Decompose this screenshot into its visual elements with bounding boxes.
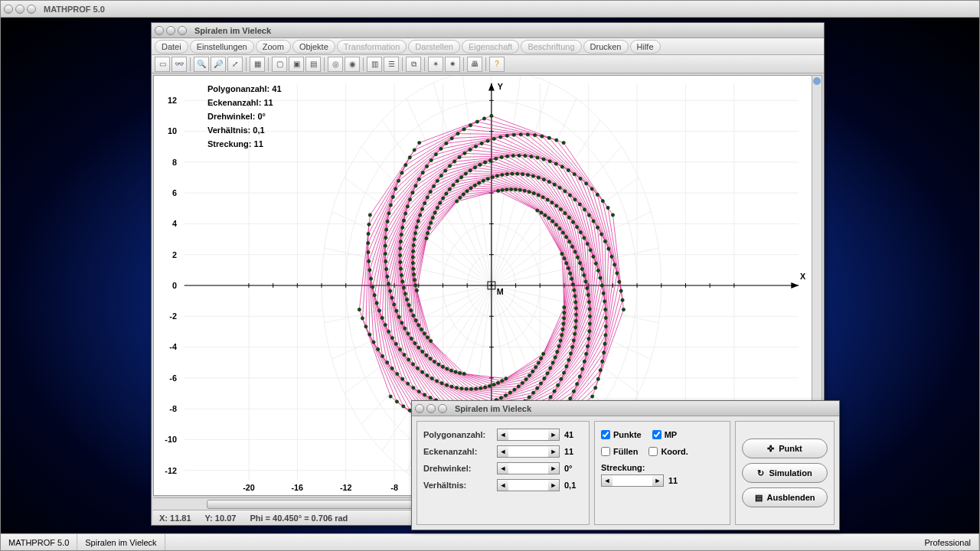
menu-zoom[interactable]: Zoom [256,40,291,54]
window-controls[interactable] [415,404,447,413]
svg-point-539 [412,267,415,270]
toolbar-box1-icon[interactable]: ▢ [272,57,287,72]
svg-point-293 [584,352,587,355]
ausblenden-button[interactable]: ▤Ausblenden [742,487,828,507]
svg-point-314 [549,396,552,399]
svg-point-285 [536,156,539,159]
svg-point-497 [433,360,436,363]
toolbar-cross2-icon[interactable]: ✷ [445,57,460,72]
param-spinner[interactable]: ◄► [497,445,560,458]
svg-point-358 [562,371,565,374]
zoom-in-icon[interactable]: 🔍 [194,57,209,72]
svg-point-412 [536,386,539,390]
menu-hilfe[interactable]: Hilfe [630,40,661,54]
svg-point-234 [373,294,376,297]
svg-point-136 [358,308,361,311]
svg-point-190 [368,259,371,262]
window-controls[interactable] [155,26,187,35]
svg-point-441 [401,280,404,283]
toolbar-grid-icon[interactable]: ▦ [250,57,265,72]
toolbar-target2-icon[interactable]: ◉ [345,57,360,72]
svg-point-534 [568,272,571,275]
toolbar-box2-icon[interactable]: ▣ [289,57,304,72]
window-control-dot[interactable] [15,5,24,14]
streckung-spinner[interactable]: ◄► [601,474,664,487]
svg-line-7 [492,83,550,285]
zoom-out-icon[interactable]: 🔎 [211,57,226,72]
param-spinner[interactable]: ◄► [497,429,560,441]
menu-einstellungen[interactable]: Einstellungen [190,40,254,54]
window-control-dot[interactable] [178,26,187,35]
toolbar-list-icon[interactable]: ☰ [384,57,399,72]
simulation-button[interactable]: ↻Simulation [742,463,828,483]
zoom-reset-icon[interactable]: ⤢ [227,57,243,72]
svg-point-156 [408,156,411,159]
toolbar-target-icon[interactable]: ◎ [328,57,343,72]
svg-point-409 [403,327,407,330]
menu-objekte[interactable]: Objekte [292,40,335,54]
app-titlebar[interactable]: MATHPROF 5.0 [1,1,979,18]
svg-point-558 [505,188,508,191]
window-control-dot[interactable] [4,5,13,14]
checkbox-fuellen[interactable]: Füllen [601,447,638,456]
param-spinner[interactable]: ◄► [497,479,560,491]
svg-text:2: 2 [172,250,177,259]
menu-drucken[interactable]: Drucken [583,40,629,54]
window-control-dot[interactable] [155,26,164,35]
svg-point-180 [372,341,375,344]
svg-point-362 [495,157,498,160]
mdi-desktop: Spiralen im Vieleck DateiEinstellungenZo… [1,18,979,533]
toolbar-copy-icon[interactable]: ⧉ [406,57,421,72]
window-control-dot[interactable] [438,404,447,413]
svg-point-177 [462,128,466,131]
window-control-dot[interactable] [166,26,175,35]
svg-point-434 [543,377,546,380]
svg-point-493 [486,178,489,181]
checkbox-punkte[interactable]: Punkte [601,430,642,439]
help-icon[interactable]: ? [489,57,505,72]
svg-point-336 [556,383,559,386]
window-control-dot[interactable] [426,404,436,413]
svg-point-261 [603,300,606,303]
toolbar-glasses-icon[interactable]: 👓 [172,57,187,72]
svg-point-486 [429,357,432,360]
plot-window-titlebar[interactable]: Spiralen im Vieleck [152,23,824,38]
svg-point-301 [429,396,432,399]
svg-point-230 [567,168,570,171]
checkbox-koord[interactable]: Koord. [648,447,688,456]
window-controls[interactable] [4,5,36,14]
toolbar-table-icon[interactable]: ▥ [367,57,382,72]
svg-point-581 [456,200,459,203]
panel-titlebar[interactable]: Spiralen im Vieleck [412,401,839,416]
svg-point-542 [492,383,495,386]
window-control-dot[interactable] [415,404,424,413]
svg-point-548 [466,190,469,193]
toolbar-cross1-icon[interactable]: ✶ [428,57,443,72]
svg-point-485 [407,304,410,307]
svg-point-525 [518,188,521,191]
punkt-button[interactable]: ✜Punkt [742,439,828,458]
window-control-dot[interactable] [27,5,36,14]
checkbox-mp[interactable]: MP [652,430,678,439]
param-spinner[interactable]: ◄► [497,462,560,474]
svg-point-244 [386,220,389,223]
svg-point-347 [560,377,563,380]
svg-point-279 [417,390,420,393]
menu-datei[interactable]: Datei [155,40,188,54]
svg-point-508 [437,363,440,366]
print-icon[interactable]: 🖶 [467,57,482,72]
svg-point-326 [588,330,591,333]
svg-point-252 [554,162,557,165]
svg-point-528 [411,262,414,265]
svg-point-387 [397,315,400,318]
svg-point-462 [415,226,418,229]
toolbar-new-icon[interactable]: ▭ [155,57,170,72]
svg-point-275 [480,142,483,145]
param-value: 11 [564,447,583,456]
svg-point-294 [599,276,602,279]
svg-point-370 [587,300,590,303]
menu-eigenschaft: Eigenschaft [462,40,519,54]
svg-point-557 [544,214,547,217]
toolbar-box3-icon[interactable]: ▤ [305,57,321,72]
svg-point-404 [567,216,570,219]
